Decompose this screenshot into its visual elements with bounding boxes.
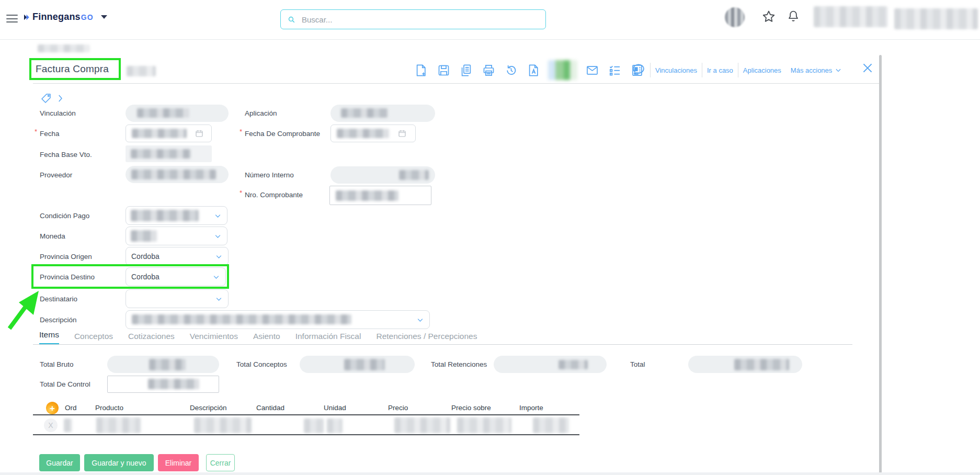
fecha-label: Fecha <box>40 130 60 138</box>
chevron-down-icon <box>214 212 222 220</box>
col-header-producto: Producto <box>95 404 123 412</box>
col-header-cantidad: Cantidad <box>256 404 284 412</box>
table-row-border <box>33 434 579 435</box>
redacted-cell-precio-sobre <box>457 417 511 433</box>
required-marker: * <box>35 128 37 135</box>
search-input[interactable] <box>301 15 539 25</box>
total-conceptos-label: Total Conceptos <box>236 360 287 368</box>
mas-acciones-label: Más acciones <box>791 66 832 74</box>
redacted-total-value <box>734 359 789 370</box>
calendar-icon[interactable] <box>397 129 407 138</box>
col-header-precio-sobre: Precio sobre <box>451 404 491 412</box>
tab-items[interactable]: Items <box>39 330 59 345</box>
bottom-strip <box>0 472 980 475</box>
numero-interno-label: Número Interno <box>245 171 294 179</box>
total-bruto-label: Total Bruto <box>40 360 74 368</box>
tab-cotizaciones[interactable]: Cotizaciones <box>128 332 175 345</box>
tab-retenciones-percepciones[interactable]: Retenciones / Percepciones <box>376 332 477 345</box>
checklist-icon[interactable] <box>607 62 622 78</box>
total-retenciones-label: Total Retenciones <box>431 360 487 368</box>
moneda-label: Moneda <box>40 232 65 240</box>
new-document-icon[interactable] <box>413 62 429 78</box>
redacted-total-conceptos-value <box>344 359 385 370</box>
fecha-comprobante-label: Fecha De Comprobante <box>245 130 320 138</box>
fecha-base-vto-label: Fecha Base Vto. <box>40 151 92 159</box>
title-divider <box>33 83 880 84</box>
chevron-down-icon <box>416 316 424 324</box>
redacted-cell-cantidad <box>304 419 324 433</box>
table-header-border <box>33 414 579 415</box>
search-icon <box>287 15 296 24</box>
redacted-cell-precio <box>394 417 450 433</box>
redacted-cell-ord <box>64 419 72 432</box>
history-icon[interactable] <box>503 62 519 78</box>
copy-icon[interactable] <box>458 62 474 78</box>
chevron-right-icon[interactable] <box>55 93 65 104</box>
descripcion-label: Descripción <box>40 316 77 324</box>
provincia-origen-value: Cordoba <box>131 252 159 261</box>
star-icon[interactable] <box>761 9 776 24</box>
global-search[interactable] <box>280 9 546 29</box>
toolbar-links: Vinculaciones Ir a caso Aplicaciones Más… <box>650 62 847 78</box>
document-a-icon[interactable] <box>526 62 541 78</box>
tab-asiento[interactable]: Asiento <box>253 332 280 345</box>
link-aplicaciones[interactable]: Aplicaciones <box>738 66 786 74</box>
proveedor-label: Proveedor <box>40 171 72 179</box>
redacted-total-bruto-value <box>149 359 186 370</box>
calendar-icon[interactable] <box>195 129 204 138</box>
col-header-precio: Precio <box>388 404 408 412</box>
chat-icon[interactable] <box>631 61 646 77</box>
redacted-cell-unidad <box>327 419 343 433</box>
vertical-scrollbar[interactable] <box>879 55 882 473</box>
app-logo[interactable]: FinnegansGO <box>22 12 107 22</box>
page-title: Factura Compra <box>36 63 109 75</box>
redacted-condicion-pago-value <box>131 210 199 221</box>
chevron-down-icon <box>835 66 842 74</box>
delete-row-button[interactable]: X <box>44 419 58 432</box>
bell-icon[interactable] <box>786 9 801 24</box>
destinatario-select[interactable] <box>126 289 229 308</box>
link-mas-acciones[interactable]: Más acciones <box>786 66 847 74</box>
app-header: FinnegansGO <box>0 0 980 40</box>
brand-suffix: GO <box>81 13 94 21</box>
redacted-breadcrumb <box>38 44 90 52</box>
provincia-destino-select[interactable]: Cordoba <box>126 267 226 286</box>
close-icon[interactable] <box>861 61 874 75</box>
redacted-numero-interno-value <box>399 170 429 180</box>
chevron-down-icon <box>215 253 223 261</box>
menu-icon[interactable] <box>6 15 18 23</box>
tag-icon[interactable] <box>40 92 52 105</box>
redacted-total-retenciones-value <box>559 360 588 369</box>
chevron-down-icon <box>215 295 223 303</box>
eliminar-button[interactable]: Eliminar <box>158 454 199 471</box>
redacted-nro-comprobante-value <box>336 190 398 201</box>
tab-vencimientos[interactable]: Vencimientos <box>190 332 238 345</box>
link-ir-a-caso[interactable]: Ir a caso <box>702 66 738 74</box>
redacted-fecha-base-vto-value <box>131 149 191 159</box>
link-vinculaciones[interactable]: Vinculaciones <box>651 66 702 74</box>
save-icon[interactable] <box>436 62 451 78</box>
guardar-button[interactable]: Guardar <box>39 454 80 471</box>
col-header-unidad: Unidad <box>324 404 346 412</box>
redacted-moneda-value <box>131 230 157 242</box>
cerrar-button[interactable]: Cerrar <box>206 454 235 471</box>
redacted-user-info <box>814 6 888 27</box>
print-icon[interactable] <box>481 62 496 78</box>
condicion-pago-label: Condición Pago <box>40 212 89 220</box>
document-toolbar <box>413 60 645 80</box>
redacted-aplicacion-value <box>341 108 388 118</box>
dropdown-caret-icon[interactable] <box>101 15 107 19</box>
add-row-button[interactable]: + <box>46 402 59 414</box>
chevron-down-icon <box>212 273 220 281</box>
brand-chevrons-icon <box>22 13 32 22</box>
provincia-origen-select[interactable]: Cordoba <box>126 247 229 266</box>
apps-sphere-icon[interactable] <box>725 7 745 27</box>
tab-conceptos[interactable]: Conceptos <box>74 332 113 345</box>
provincia-destino-value: Cordoba <box>131 273 159 281</box>
total-label: Total <box>630 360 645 368</box>
redacted-fecha-value <box>132 129 187 138</box>
tab-informacion-fiscal[interactable]: Información Fiscal <box>295 332 361 345</box>
mail-icon[interactable] <box>584 62 600 78</box>
guardar-y-nuevo-button[interactable]: Guardar y nuevo <box>84 454 154 471</box>
required-marker: * <box>240 189 242 197</box>
